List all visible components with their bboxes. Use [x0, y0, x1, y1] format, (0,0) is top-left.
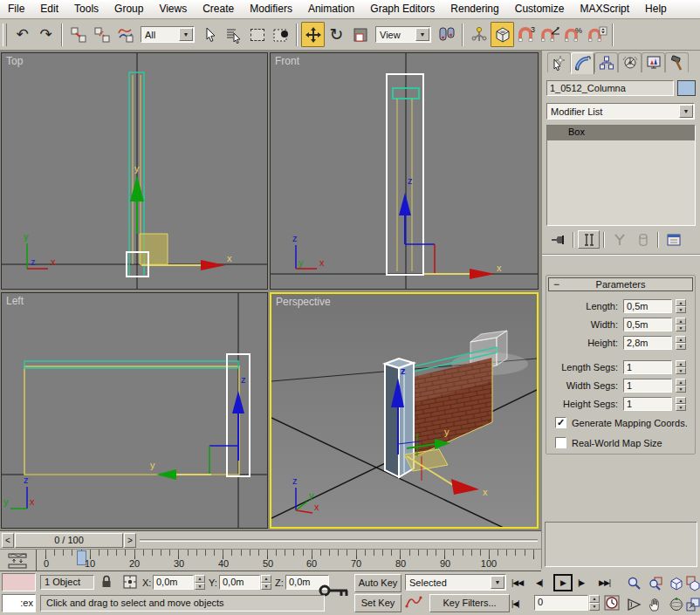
- select-object-button[interactable]: [198, 22, 222, 47]
- menu-edit[interactable]: Edit: [32, 0, 66, 18]
- tab-utilities[interactable]: [665, 52, 689, 72]
- arc-rotate-button[interactable]: [667, 595, 685, 613]
- previous-frame-slider-button[interactable]: <: [2, 533, 14, 548]
- macro-recorder-pane[interactable]: [2, 573, 36, 591]
- window-crossing-toggle-button[interactable]: [269, 22, 292, 47]
- absolute-offset-toggle[interactable]: [122, 574, 140, 591]
- configure-modifier-sets-button[interactable]: [662, 230, 684, 249]
- height-segs-field[interactable]: 1: [623, 397, 672, 411]
- height-field[interactable]: 2,8m: [623, 336, 672, 350]
- angle-snap-toggle-button[interactable]: [538, 22, 561, 47]
- frame-spinner[interactable]: ▲▼: [589, 595, 600, 611]
- height-segs-spinner[interactable]: ▲▼: [676, 397, 686, 411]
- reference-coordinate-dropdown[interactable]: View ▼: [375, 26, 431, 43]
- select-and-scale-button[interactable]: [348, 22, 372, 47]
- length-segs-spinner[interactable]: ▲▼: [676, 360, 686, 374]
- use-pivot-point-center-button[interactable]: [435, 22, 458, 47]
- show-end-result-button[interactable]: [578, 230, 600, 249]
- zoom-extents-button[interactable]: [667, 574, 685, 592]
- tab-motion[interactable]: [618, 52, 642, 72]
- width-spinner[interactable]: ▲▼: [676, 318, 686, 331]
- pan-button[interactable]: [646, 595, 664, 613]
- selection-filter-dropdown[interactable]: All ▼: [141, 26, 195, 43]
- percent-snap-toggle-button[interactable]: %: [561, 22, 585, 47]
- modifier-list-dropdown[interactable]: Modifier List ▼: [546, 103, 695, 120]
- menu-file[interactable]: File: [0, 0, 32, 18]
- tab-create[interactable]: [547, 52, 571, 72]
- object-color-swatch[interactable]: [677, 80, 696, 96]
- viewport-left[interactable]: Left z y z y x: [1, 292, 268, 529]
- y-coord-spinner[interactable]: ▲▼: [261, 575, 271, 590]
- selection-set-dropdown[interactable]: Selected ▼: [405, 574, 506, 591]
- zoom-all-button[interactable]: [646, 574, 664, 592]
- open-mini-curve-editor-button[interactable]: [5, 552, 31, 570]
- next-frame-slider-button[interactable]: >: [124, 533, 136, 548]
- width-segs-spinner[interactable]: ▲▼: [676, 379, 686, 393]
- menu-views[interactable]: Views: [151, 0, 195, 18]
- menu-create[interactable]: Create: [195, 0, 242, 18]
- zoom-extents-all-button[interactable]: [686, 574, 700, 592]
- menu-help[interactable]: Help: [637, 0, 675, 18]
- angle-snap-3d-button[interactable]: 3: [514, 22, 538, 47]
- x-coord-spinner[interactable]: ▲▼: [195, 575, 205, 590]
- height-spinner[interactable]: ▲▼: [676, 336, 686, 350]
- play-button[interactable]: ▶: [553, 574, 573, 591]
- select-and-rotate-button[interactable]: ↻: [325, 22, 348, 47]
- time-configuration-button[interactable]: [604, 595, 621, 612]
- length-spinner[interactable]: ▲▼: [676, 299, 686, 313]
- y-coord-field[interactable]: 0,0m: [219, 575, 260, 590]
- x-coord-field[interactable]: 0,0m: [153, 575, 194, 590]
- rollout-header[interactable]: − Parameters: [548, 277, 693, 291]
- menu-modifiers[interactable]: Modifiers: [242, 0, 300, 18]
- undo-button[interactable]: ↶: [10, 22, 34, 47]
- key-filters-button[interactable]: Key Filters...: [429, 594, 510, 612]
- rectangular-selection-region-button[interactable]: [245, 22, 269, 47]
- select-by-name-button[interactable]: [222, 22, 245, 47]
- menu-animation[interactable]: Animation: [300, 0, 362, 18]
- object-name-field[interactable]: 1_0512_Columna: [546, 80, 674, 96]
- time-slider[interactable]: 0 / 100: [15, 533, 123, 548]
- goto-end-button[interactable]: ▶▶|: [599, 576, 610, 591]
- goto-start-button[interactable]: |◀◀: [511, 576, 523, 591]
- make-unique-button[interactable]: [608, 230, 630, 249]
- viewport-front[interactable]: Front z x z y x: [270, 52, 539, 290]
- min-max-toggle-button[interactable]: [686, 595, 700, 613]
- toolbar-drag-handle[interactable]: [3, 24, 7, 46]
- zoom-button[interactable]: [625, 574, 643, 592]
- selection-lock-toggle[interactable]: [100, 574, 117, 591]
- generate-mapping-checkbox[interactable]: ✓: [555, 417, 566, 428]
- maxscript-listener-pane[interactable]: :ex: [2, 594, 36, 612]
- menu-tools[interactable]: Tools: [66, 0, 106, 18]
- redo-button[interactable]: ↷: [34, 22, 58, 47]
- select-and-move-button[interactable]: [301, 22, 325, 47]
- viewport-perspective[interactable]: Perspective: [270, 292, 539, 529]
- length-field[interactable]: 0,5m: [623, 299, 672, 313]
- time-slider-track[interactable]: [140, 539, 538, 542]
- tab-modify[interactable]: [571, 52, 594, 74]
- next-frame-button[interactable]: |▶: [578, 576, 584, 591]
- pin-stack-button[interactable]: [547, 230, 569, 249]
- unlink-selection-button[interactable]: [90, 22, 113, 47]
- auto-key-button[interactable]: Auto Key: [354, 574, 401, 592]
- menu-customize[interactable]: Customize: [507, 0, 573, 18]
- select-and-link-button[interactable]: [66, 22, 90, 47]
- width-field[interactable]: 0,5m: [623, 318, 672, 331]
- spinner-snap-toggle-button[interactable]: [585, 22, 608, 47]
- length-segs-field[interactable]: 1: [623, 360, 672, 374]
- tab-hierarchy[interactable]: [594, 52, 618, 72]
- menu-graph-editors[interactable]: Graph Editors: [362, 0, 443, 18]
- menu-maxscript[interactable]: MAXScript: [572, 0, 637, 18]
- menu-group[interactable]: Group: [106, 0, 151, 18]
- key-mode-toggle[interactable]: |◀|: [511, 597, 519, 612]
- track-bar-ruler[interactable]: 0 10 20 30 40 50 60 70 80 90 100: [37, 550, 539, 571]
- default-in-out-tangents-button[interactable]: [405, 595, 424, 612]
- real-world-checkbox[interactable]: [555, 437, 566, 448]
- width-segs-field[interactable]: 1: [623, 379, 672, 393]
- remove-modifier-button[interactable]: [632, 230, 654, 249]
- viewport-top[interactable]: Top x y y z x: [1, 52, 268, 290]
- bind-to-space-warp-button[interactable]: [113, 22, 137, 47]
- stack-item-box[interactable]: Box: [547, 126, 695, 140]
- tab-display[interactable]: [642, 52, 665, 72]
- select-and-manipulate-button[interactable]: [467, 22, 491, 47]
- modifier-stack[interactable]: Box: [546, 125, 696, 226]
